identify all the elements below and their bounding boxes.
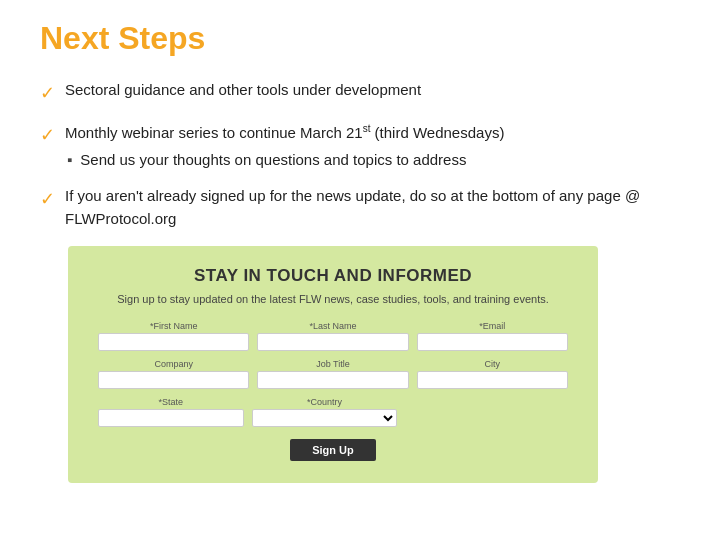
label-country: *Country	[252, 397, 398, 407]
form-row-2: Company Job Title City	[98, 359, 568, 389]
sub-bullet-icon: ▪	[67, 149, 72, 172]
input-company[interactable]	[98, 371, 249, 389]
field-empty	[405, 397, 568, 427]
field-country: *Country United States United Kingdom Ca…	[252, 397, 398, 427]
field-company: Company	[98, 359, 249, 389]
input-state[interactable]	[98, 409, 244, 427]
field-state: *State	[98, 397, 244, 427]
field-jobtitle: Job Title	[257, 359, 408, 389]
sublist-item-1: ▪ Send us your thoughts on questions and…	[67, 149, 680, 172]
field-city: City	[417, 359, 568, 389]
label-firstname: *First Name	[98, 321, 249, 331]
label-lastname: *Last Name	[257, 321, 408, 331]
check-icon-3: ✓	[40, 186, 55, 213]
form-row-1: *First Name *Last Name *Email	[98, 321, 568, 351]
input-email[interactable]	[417, 333, 568, 351]
check-icon-2: ✓	[40, 122, 55, 149]
field-email: *Email	[417, 321, 568, 351]
form-row-3: *State *Country United States United Kin…	[98, 397, 568, 427]
label-state: *State	[98, 397, 244, 407]
checklist-item-2: ✓ Monthly webinar series to continue Mar…	[40, 121, 680, 171]
field-firstname: *First Name	[98, 321, 249, 351]
label-jobtitle: Job Title	[257, 359, 408, 369]
field-lastname: *Last Name	[257, 321, 408, 351]
signup-title: STAY IN TOUCH AND INFORMED	[98, 266, 568, 286]
subitem1-text: Send us your thoughts on questions and t…	[80, 149, 466, 172]
input-city[interactable]	[417, 371, 568, 389]
label-city: City	[417, 359, 568, 369]
item3-text: If you aren't already signed up for the …	[65, 185, 680, 230]
checklist-item-1: ✓ Sectoral guidance and other tools unde…	[40, 79, 680, 107]
input-lastname[interactable]	[257, 333, 408, 351]
item1-text: Sectoral guidance and other tools under …	[65, 79, 680, 102]
input-jobtitle[interactable]	[257, 371, 408, 389]
signup-form-container: STAY IN TOUCH AND INFORMED Sign up to st…	[68, 246, 598, 483]
select-country[interactable]: United States United Kingdom Canada	[252, 409, 398, 427]
item2-sublist: ▪ Send us your thoughts on questions and…	[67, 149, 680, 172]
label-email: *Email	[417, 321, 568, 331]
checklist: ✓ Sectoral guidance and other tools unde…	[40, 79, 680, 230]
label-company: Company	[98, 359, 249, 369]
checklist-item-3: ✓ If you aren't already signed up for th…	[40, 185, 680, 230]
input-firstname[interactable]	[98, 333, 249, 351]
page-title: Next Steps	[40, 20, 680, 57]
item2-text: Monthly webinar series to continue March…	[65, 124, 504, 141]
check-icon-1: ✓	[40, 80, 55, 107]
signup-subtitle: Sign up to stay updated on the latest FL…	[98, 292, 568, 307]
signup-button[interactable]: Sign Up	[290, 439, 376, 461]
signup-button-row: Sign Up	[98, 439, 568, 461]
item2-content: Monthly webinar series to continue March…	[65, 121, 680, 171]
